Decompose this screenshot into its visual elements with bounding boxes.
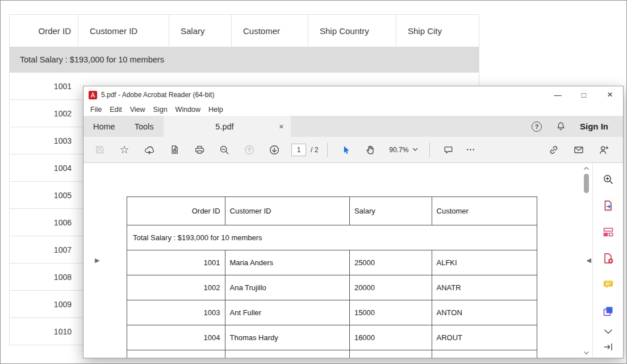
notifications-bell-icon[interactable]: [555, 121, 566, 132]
left-pane-toggle[interactable]: ▶: [95, 257, 99, 263]
grid-cell-order-id: 1008: [10, 273, 78, 282]
page-lock-icon: [169, 144, 180, 155]
invite-person-button[interactable]: [591, 140, 616, 160]
grid-header-order-id[interactable]: Order ID: [10, 15, 78, 47]
scroll-down-icon[interactable]: [583, 349, 590, 356]
maximize-button[interactable]: □: [571, 86, 597, 103]
pdf-cell-salary: 20000: [350, 275, 432, 300]
grid-cell-order-id: 1005: [10, 191, 78, 200]
menu-help[interactable]: Help: [204, 106, 227, 114]
combine-files-button[interactable]: [596, 298, 621, 324]
zoom-out-tool-button[interactable]: [212, 140, 237, 160]
pdf-cell-customer-id: Ana Trujillo: [225, 275, 350, 300]
expand-pane-button[interactable]: [596, 338, 621, 355]
menu-view[interactable]: View: [126, 106, 149, 114]
grid-cell-order-id: 1002: [10, 109, 78, 118]
grid-header-customer[interactable]: Customer: [232, 15, 308, 47]
comment-icon: [602, 278, 615, 291]
tab-tools[interactable]: Tools: [125, 116, 164, 137]
previous-page-button[interactable]: [237, 140, 262, 160]
hand-icon: [365, 144, 377, 156]
pdf-table-row: 1003 Ant Fuller 15000 ANTON: [127, 300, 537, 325]
favorite-button[interactable]: ☆: [112, 140, 137, 160]
envelope-icon: [573, 144, 584, 156]
help-icon[interactable]: ?: [532, 122, 542, 132]
tab-document-label: 5.pdf: [170, 122, 279, 131]
grid-header-customer-id[interactable]: Customer ID: [78, 15, 169, 47]
star-icon: ☆: [119, 144, 129, 155]
tab-document[interactable]: 5.pdf ×: [164, 116, 291, 137]
close-button[interactable]: ×: [597, 86, 623, 103]
comment-panel-button[interactable]: [596, 271, 621, 298]
printer-icon: [194, 144, 205, 155]
minimize-button[interactable]: —: [545, 86, 571, 103]
more-tools-chevron-button[interactable]: [596, 324, 621, 339]
send-email-button[interactable]: [566, 140, 591, 160]
page-number-input[interactable]: [291, 144, 306, 156]
more-tools-button[interactable]: [461, 140, 480, 160]
tabbar-right-group: ? Sign In: [532, 116, 623, 137]
create-pdf-button[interactable]: [596, 245, 621, 271]
toolbar-right-group: [541, 140, 616, 160]
select-tool-button[interactable]: [333, 140, 358, 160]
save-icon: [94, 144, 105, 155]
tab-home[interactable]: Home: [83, 116, 125, 137]
next-page-button[interactable]: [262, 140, 287, 160]
arrow-down-circle-icon: [269, 144, 280, 156]
pdf-cell-order-id: 1002: [127, 275, 225, 300]
grid-header-label: Salary: [181, 26, 205, 36]
tab-close-icon[interactable]: ×: [279, 122, 283, 131]
upload-cloud-button[interactable]: [137, 140, 162, 160]
vertical-scrollbar[interactable]: [583, 165, 590, 356]
grid-cell-order-id: 1007: [10, 245, 78, 254]
grid-summary-text: Total Salary : $193,000 for 10 members: [20, 55, 164, 64]
grid-summary-row: Total Salary : $193,000 for 10 members: [10, 47, 479, 73]
hand-tool-button[interactable]: [358, 140, 383, 160]
pdf-summary-row: Total Salary : $193,000 for 10 members: [127, 225, 537, 250]
grid-header-ship-country[interactable]: Ship Country: [308, 15, 396, 47]
grid-header-ship-city[interactable]: Ship City: [396, 15, 479, 47]
pointer-arrow-icon: [341, 145, 351, 155]
magnifier-minus-icon: [219, 144, 230, 156]
pdf-cell-order-id: [127, 350, 225, 358]
pdf-table: Order ID Customer ID Salary Customer Tot…: [127, 196, 537, 358]
menu-edit[interactable]: Edit: [106, 106, 126, 114]
menu-file[interactable]: File: [86, 106, 106, 114]
comment-tool-button[interactable]: [436, 140, 461, 160]
link-icon: [548, 144, 559, 156]
pdf-table-row: 1002 Ana Trujillo 20000 ANATR: [127, 275, 537, 300]
zoom-level-dropdown[interactable]: 90.7%: [383, 146, 424, 154]
save-button[interactable]: [87, 140, 112, 160]
menu-sign[interactable]: Sign: [149, 106, 172, 114]
tools-sidebar: [592, 163, 623, 358]
pdf-cell-customer-id: Ant Fuller: [225, 300, 350, 325]
scrollbar-thumb[interactable]: [584, 174, 589, 193]
pdf-cell-salary: [350, 350, 432, 358]
sign-in-button[interactable]: Sign In: [580, 122, 608, 131]
chevron-down-icon: [412, 148, 418, 152]
share-link-button[interactable]: [541, 140, 566, 160]
expand-pane-icon: [603, 341, 614, 353]
ellipsis-icon: [465, 144, 476, 155]
grid-header-salary[interactable]: Salary: [169, 15, 232, 47]
window-title: 5.pdf - Adobe Acrobat Reader (64-bit): [101, 91, 214, 99]
grid-header-label: Ship City: [408, 26, 442, 36]
pdf-header-row: Order ID Customer ID Salary Customer: [127, 197, 537, 225]
protect-document-button[interactable]: [162, 140, 187, 160]
toolbar-separator: [429, 143, 430, 157]
grid-cell-order-id: 1004: [10, 164, 78, 173]
menu-window[interactable]: Window: [172, 106, 204, 114]
pdf-table-row: 1001 Maria Anders 25000 ALFKI: [127, 250, 537, 275]
scroll-up-icon[interactable]: [583, 165, 590, 171]
export-pdf-button[interactable]: [596, 193, 621, 219]
chevron-down-icon: [604, 329, 613, 334]
pdf-cell-customer: AROUT: [432, 325, 537, 350]
organize-pages-button[interactable]: [596, 219, 621, 245]
grid-cell-order-id: 1006: [10, 218, 78, 227]
pdf-summary-text: Total Salary : $193,000 for 10 members: [133, 233, 262, 242]
window-titlebar[interactable]: 5.pdf - Adobe Acrobat Reader (64-bit) — …: [83, 86, 623, 103]
grid-header-label: Ship Country: [320, 26, 369, 36]
grid-header-label: Customer: [243, 26, 280, 36]
print-button[interactable]: [187, 140, 212, 160]
marquee-zoom-button[interactable]: [596, 166, 621, 193]
